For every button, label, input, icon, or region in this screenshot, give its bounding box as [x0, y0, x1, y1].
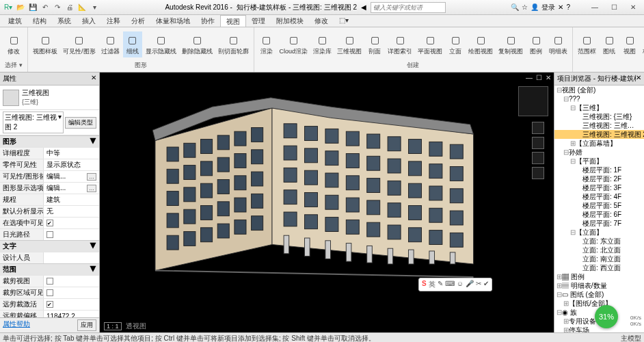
prop-value-cell[interactable]: 显示原状态 [44, 159, 99, 170]
qat-undo[interactable]: ↶ [40, 2, 51, 13]
nav-orbit-icon[interactable] [532, 167, 544, 179]
ribbon-tab-分析[interactable]: 分析 [126, 15, 150, 27]
prop-category-图形[interactable]: 图形⯆ [0, 135, 99, 147]
tree-node[interactable]: ⊞▤ 明细表/数量 [554, 281, 644, 290]
tree-node[interactable]: ⊟视图 (全部) [554, 86, 644, 94]
tree-node[interactable]: 楼层平面: 5F [554, 201, 644, 210]
qat-print[interactable]: 🖨 [64, 2, 75, 13]
viewport-3d[interactable]: — ☐ ✕ [100, 73, 554, 332]
ribbon-tab-系统[interactable]: 系统 [52, 15, 77, 27]
infocenter-user-icon[interactable]: 👤 [531, 3, 539, 11]
ribbon-tab-协作[interactable]: 协作 [196, 15, 220, 27]
ribbon-视图[interactable]: ▢视图 [620, 31, 639, 57]
ribbon-细线[interactable]: ▢细线 [123, 31, 142, 57]
qat-more[interactable]: ▾ [89, 2, 100, 13]
help-search-input[interactable] [371, 2, 446, 13]
ribbon-复制视图[interactable]: ▢复制视图 [496, 31, 525, 57]
nav-wheel-icon[interactable] [532, 122, 544, 134]
ribbon-tab-overflow[interactable]: ⬚▾ [334, 15, 354, 27]
ribbon-tab-修改[interactable]: 修改 [309, 15, 334, 27]
ribbon-tab-建筑[interactable]: 建筑 [3, 15, 27, 27]
ribbon-渲染库[interactable]: ▢渲染库 [311, 31, 334, 57]
panel-close-icon[interactable]: ✕ [91, 74, 96, 83]
prop-value-cell[interactable]: 编辑...… [44, 183, 99, 194]
tree-node[interactable]: 三维视图: 三维视图 2 [554, 130, 644, 139]
tree-node[interactable]: 楼层平面: 7F [554, 219, 644, 228]
infocenter-subscribe-icon[interactable]: ☆ [522, 3, 528, 11]
tree-node[interactable]: 立面: 东立面 [554, 237, 644, 246]
infocenter-exchange-icon[interactable]: ✕ [558, 3, 563, 11]
ribbon-范围框[interactable]: ▢范围框 [576, 31, 598, 57]
prop-value-cell[interactable] [44, 287, 99, 298]
instance-selector-dropdown[interactable]: 三维视图: 三维视图 2▾ [3, 111, 64, 133]
tree-node[interactable]: 楼层平面: 3F [554, 183, 644, 192]
ribbon-详图索引[interactable]: ▢详图索引 [386, 31, 414, 57]
ribbon-剖切面轮廓[interactable]: ▢剖切面轮廓 [216, 31, 251, 57]
prop-value-cell[interactable]: 中等 [44, 148, 99, 159]
navigation-bar[interactable] [532, 122, 544, 179]
minimize-button[interactable]: — [587, 2, 603, 13]
ribbon-可见性/图形[interactable]: ▢可见性/图形 [61, 31, 98, 57]
tree-node[interactable]: 楼层平面: 2F [554, 174, 644, 183]
qat-save[interactable]: 💾 [27, 2, 38, 13]
viewport-close-icon[interactable]: ✕ [544, 74, 552, 81]
tree-node[interactable]: ⊞▦ 图例 [554, 272, 644, 281]
tree-node[interactable]: 三维视图: {三维} [554, 112, 644, 121]
nav-pan-icon[interactable] [532, 137, 544, 149]
ribbon-绘图视图[interactable]: ▢绘图视图 [466, 31, 495, 57]
properties-apply-button[interactable]: 应用 [77, 319, 96, 331]
ribbon-图例[interactable]: ▢图例 [526, 31, 546, 57]
view-scale-selector[interactable]: 1 : 1 [104, 322, 122, 330]
login-label[interactable]: 登录 [541, 3, 555, 12]
viewport-maximize-icon[interactable]: ☐ [535, 74, 543, 81]
tree-node[interactable]: ⊟▭ 图纸 (全部) [554, 290, 644, 299]
tree-node[interactable]: ⊟孙婧 [554, 148, 644, 157]
ribbon-tab-附加模块[interactable]: 附加模块 [271, 15, 309, 27]
ribbon-tab-管理[interactable]: 管理 [246, 15, 271, 27]
ribbon-平面视图[interactable]: ▢平面视图 [416, 31, 444, 57]
ribbon-过滤器[interactable]: ▢过滤器 [99, 31, 122, 57]
ribbon-修改[interactable]: ▢修改 [3, 31, 25, 57]
tree-node[interactable]: ⊟【平面】 [554, 157, 644, 166]
edit-type-button[interactable]: 编辑类型 [65, 117, 96, 129]
viewcube[interactable] [518, 86, 548, 116]
tree-node[interactable]: 立面: 西立面 [554, 263, 644, 272]
infocenter-search-icon[interactable]: 🔍 [511, 3, 519, 11]
prop-value-cell[interactable] [44, 252, 99, 263]
ribbon-标题栏[interactable]: ▢标题栏 [641, 31, 644, 57]
ribbon-tab-视图[interactable]: 视图 [220, 15, 246, 27]
prop-value-cell[interactable]: 建筑 [44, 194, 99, 205]
infocenter-help-icon[interactable]: ? [566, 3, 570, 11]
ribbon-图纸[interactable]: ▢图纸 [600, 31, 619, 57]
qat-measure[interactable]: 📐 [77, 2, 88, 13]
prop-value-cell[interactable]: 无 [44, 206, 99, 217]
prop-value-cell[interactable]: 118472.2 [44, 311, 99, 317]
ime-toolbar[interactable]: S 英 ✎ ⌨ ☺ 🎤 ✂ ✔ [418, 278, 492, 291]
download-progress-badge[interactable]: 31% [595, 305, 618, 328]
properties-help-link[interactable]: 属性帮助 [3, 319, 30, 331]
prop-value-cell[interactable] [44, 276, 99, 287]
tree-node[interactable]: ⊟??? [554, 94, 644, 103]
viewport-minimize-icon[interactable]: — [525, 74, 533, 81]
ribbon-tab-注释[interactable]: 注释 [101, 15, 126, 27]
ribbon-Cloud渲染[interactable]: ▢Cloud渲染 [278, 31, 310, 57]
qat-open[interactable]: 📂 [15, 2, 26, 13]
ribbon-tab-插入[interactable]: 插入 [77, 15, 101, 27]
ribbon-剖面[interactable]: ▢剖面 [365, 31, 384, 57]
prop-category-文字[interactable]: 文字⯆ [0, 240, 99, 252]
maximize-button[interactable]: ☐ [606, 2, 622, 13]
ribbon-tab-结构[interactable]: 结构 [27, 15, 52, 27]
prop-category-范围[interactable]: 范围⯆ [0, 263, 99, 275]
tree-node[interactable]: 楼层平面: 1F [554, 166, 644, 174]
ribbon-视图样板[interactable]: ▢视图样板 [31, 31, 59, 57]
prop-value-cell[interactable]: 编辑...… [44, 171, 99, 182]
tree-node[interactable]: ⊟【三维】 [554, 103, 644, 112]
qat-redo[interactable]: ↷ [52, 2, 63, 13]
app-menu-button[interactable]: R▾ [3, 2, 14, 13]
prop-value-cell[interactable] [44, 218, 99, 228]
close-button[interactable]: ✕ [625, 2, 641, 13]
prop-value-cell[interactable] [44, 299, 99, 310]
tree-node[interactable]: 楼层平面: 4F [554, 192, 644, 201]
ribbon-明细表[interactable]: ▢明细表 [547, 31, 569, 57]
ribbon-显示隐藏线[interactable]: ▢显示隐藏线 [144, 31, 178, 57]
